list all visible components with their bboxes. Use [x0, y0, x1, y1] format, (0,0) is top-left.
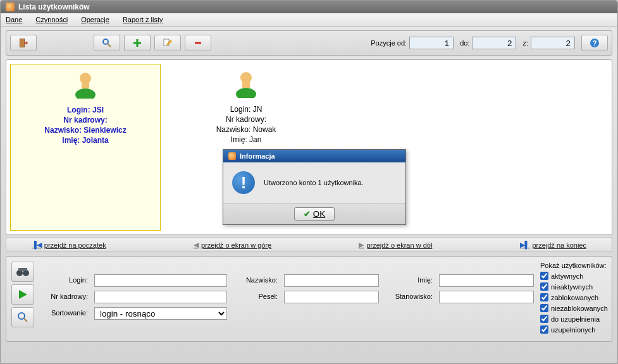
pencil-icon: [163, 38, 173, 48]
svg-point-8: [75, 88, 96, 99]
search-button[interactable]: [94, 35, 120, 51]
ok-button[interactable]: ✔ OK: [294, 207, 335, 221]
door-icon: [18, 38, 28, 48]
user-avatar-icon: [233, 70, 259, 98]
check-aktywnych[interactable]: aktywnych: [540, 272, 608, 280]
check-zablokowanych[interactable]: zablokowanych: [540, 293, 608, 301]
app-icon: [228, 152, 236, 160]
check-do-uzupelnienia[interactable]: do uzupełnienia: [540, 315, 608, 323]
help-button[interactable]: ?: [581, 35, 608, 51]
find-button[interactable]: [11, 307, 34, 327]
prev-icon: ◀: [194, 241, 199, 249]
nazwisko-label: Nazwisko:: [233, 274, 278, 287]
filter-panel: Login: Nazwisko: Imię: Nr kadrowy: Pesel…: [6, 256, 612, 342]
info-dialog: Informacja ! Utworzono konto 1 użytkowni…: [223, 149, 406, 225]
check-icon: ✔: [304, 209, 311, 219]
sort-select[interactable]: login - rosnąco: [94, 307, 227, 320]
user-list: Login: JSI Nr kadrowy: Nazwisko: Sienkie…: [6, 59, 612, 235]
info-icon: !: [232, 171, 255, 194]
help-icon: ?: [590, 38, 600, 48]
dialog-message: Utworzono konto 1 użytkownika.: [264, 179, 364, 186]
edit-button[interactable]: [154, 35, 181, 51]
sort-label: Sortowanie:: [40, 307, 88, 320]
dialog-title: Informacja: [240, 152, 275, 160]
nav-down[interactable]: ▶przejdź o ekran w dół: [359, 241, 432, 249]
user-avatar-icon: [73, 71, 98, 99]
main-window: Lista użytkowników Dane Czynności Operac…: [0, 0, 618, 364]
svg-line-17: [24, 318, 27, 322]
nr-label: Nr kadrowy:: [40, 291, 88, 303]
remove-button[interactable]: [185, 35, 211, 51]
first-icon: ▐◀: [32, 241, 42, 249]
stanowisko-input[interactable]: [439, 291, 534, 303]
svg-point-11: [236, 88, 256, 98]
minus-icon: [193, 38, 203, 48]
check-nieaktywnych[interactable]: nieaktywnych: [540, 282, 608, 291]
exit-button[interactable]: [10, 35, 37, 51]
nav-first[interactable]: ▐◀przejdź na początek: [32, 241, 106, 249]
svg-line-3: [108, 44, 111, 47]
svg-text:?: ?: [593, 39, 597, 47]
nr-input[interactable]: [94, 291, 227, 303]
pos-od-label: Pozycje od:: [371, 39, 407, 47]
pos-do-input[interactable]: [472, 37, 516, 49]
last-icon: ▶▌: [520, 241, 530, 249]
show-header: Pokaż użytkowników:: [540, 262, 608, 269]
pos-do-label: do:: [460, 39, 469, 47]
nav-up[interactable]: ◀przejdź o ekran w górę: [194, 241, 271, 249]
menu-czynnosci[interactable]: Czynności: [35, 16, 68, 23]
nazwisko-input[interactable]: [284, 274, 379, 287]
nav-bar: ▐◀przejdź na początek ◀przejdź o ekran w…: [6, 238, 612, 252]
login-input[interactable]: [94, 274, 227, 287]
pesel-label: Pesel:: [233, 291, 278, 303]
check-uzupelnionych[interactable]: uzupełnionych: [540, 325, 608, 334]
next-icon: ▶: [359, 241, 364, 249]
app-icon: [6, 3, 15, 11]
svg-rect-12: [242, 82, 250, 88]
imie-input[interactable]: [439, 274, 534, 287]
run-button[interactable]: [11, 284, 34, 305]
pos-z-input[interactable]: [531, 37, 575, 49]
nav-last[interactable]: ▶▌przejdź na koniec: [520, 241, 586, 249]
svg-rect-15: [18, 268, 27, 271]
menu-dane[interactable]: Dane: [6, 16, 22, 23]
dialog-titlebar[interactable]: Informacja: [223, 150, 405, 162]
login-label: Login:: [40, 274, 88, 287]
search-icon: [102, 38, 112, 48]
binoculars-button[interactable]: [11, 262, 34, 282]
toolbar: Pozycje od: do: z: ?: [6, 30, 612, 56]
titlebar[interactable]: Lista użytkowników: [1, 1, 617, 13]
pesel-input[interactable]: [284, 291, 379, 303]
pos-od-input[interactable]: [409, 37, 454, 49]
pos-z-label: z:: [522, 39, 528, 47]
svg-point-2: [103, 39, 108, 44]
imie-label: Imię:: [385, 274, 433, 287]
menu-raport[interactable]: Raport z listy: [123, 16, 163, 23]
window-title: Lista użytkowników: [18, 3, 90, 11]
show-filters: Pokaż użytkowników: aktywnych nieaktywny…: [540, 262, 608, 336]
plus-icon: [132, 38, 142, 48]
add-button[interactable]: [124, 35, 151, 51]
user-card[interactable]: Login: JSI Nr kadrowy: Nazwisko: Sienkie…: [10, 64, 161, 231]
binoculars-icon: [16, 267, 30, 277]
menu-operacje[interactable]: Operacje: [81, 16, 109, 23]
play-icon: [17, 289, 28, 300]
search-icon: [17, 312, 28, 323]
svg-rect-9: [82, 82, 89, 88]
svg-rect-1: [20, 39, 24, 47]
svg-point-16: [18, 313, 25, 319]
stanowisko-label: Stanowisko:: [385, 291, 433, 303]
check-niezablokowanych[interactable]: niezablokowanych: [540, 304, 608, 312]
menubar: Dane Czynności Operacje Raport z listy: [1, 13, 617, 27]
